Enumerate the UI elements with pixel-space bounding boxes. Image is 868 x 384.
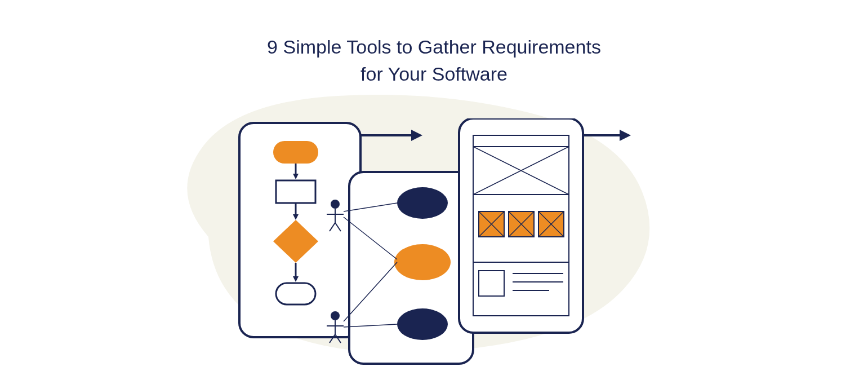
svg-rect-8	[276, 180, 315, 203]
svg-rect-5	[273, 141, 318, 164]
svg-point-24	[331, 311, 340, 320]
svg-point-19	[331, 200, 340, 209]
svg-point-17	[394, 244, 451, 280]
flowchart-card	[239, 123, 360, 337]
svg-rect-49	[479, 271, 504, 296]
title-line-2: for Your Software	[360, 63, 508, 85]
svg-point-18	[397, 308, 448, 340]
svg-rect-14	[276, 283, 315, 304]
diagram-illustration	[237, 118, 642, 372]
wireframe-card	[459, 118, 583, 333]
usecase-card	[327, 172, 473, 364]
svg-marker-3	[620, 130, 631, 141]
svg-point-16	[397, 187, 448, 219]
page-title: 9 Simple Tools to Gather Requirements fo…	[267, 34, 601, 87]
svg-marker-1	[411, 130, 422, 141]
wireframe-thumbnails	[479, 211, 564, 237]
title-line-1: 9 Simple Tools to Gather Requirements	[267, 36, 601, 58]
